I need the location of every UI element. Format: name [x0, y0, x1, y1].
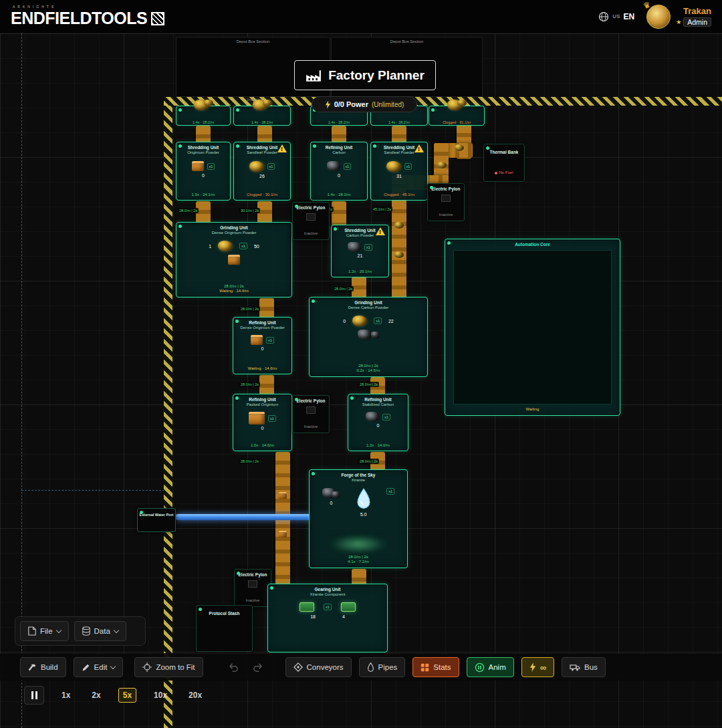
cube-icon: [249, 412, 265, 424]
edit-label: Edit: [94, 663, 108, 671]
node-status: 1.2x · 14.0/m: [348, 443, 408, 449]
machine-gearing-unit[interactable]: Gearing Unit Xiranite Component x1 18 4: [267, 584, 388, 652]
user-role-badge: ★ Admin: [676, 17, 711, 27]
conveyor-belt[interactable]: [352, 277, 366, 298]
factory-icon: [306, 69, 322, 82]
conveyor-belt[interactable]: [392, 126, 406, 143]
machine-automation-core[interactable]: Automation Core Waiting: [445, 239, 620, 416]
machine-shredding-unit[interactable]: Shredding Unit Carbon Powder x1 21 1.2x …: [331, 225, 389, 277]
pause-bar: [35, 691, 37, 699]
coal-icon: [358, 330, 371, 340]
conveyor-belt[interactable]: [352, 569, 366, 585]
pylon-icon: [306, 213, 316, 221]
status-dot: [486, 146, 489, 150]
machine-external-water-port[interactable]: External Water Port: [137, 508, 176, 532]
node-status: No Fuel: [499, 170, 513, 174]
depot-label: Depot Bus Section: [332, 37, 482, 43]
pause-button[interactable]: [24, 686, 44, 705]
conveyor-belt[interactable]: [257, 126, 272, 143]
multiplier-badge: x1: [207, 163, 215, 170]
node-title: Electric Pylon: [428, 184, 464, 192]
belt-throughput-label: 28.0/m | 2s: [239, 382, 260, 387]
machine-electric-pylon[interactable]: Electric Pylon Inactive: [427, 183, 465, 221]
node-status: Inactive: [428, 213, 464, 218]
undo-icon: [228, 662, 239, 673]
user-menu[interactable]: ♛ Trakan ★ Admin: [646, 5, 711, 29]
pipes-button[interactable]: Pipes: [359, 657, 406, 677]
data-menu-button[interactable]: Data: [74, 621, 126, 641]
fuel-alert-dot: [495, 172, 497, 174]
status-dot: [140, 511, 143, 514]
redo-button[interactable]: [249, 662, 266, 673]
coal-icon: [366, 412, 379, 422]
zoom-to-fit-label: Zoom to Fit: [156, 663, 195, 671]
multiplier-badge: x1: [344, 163, 352, 170]
coal-icon: [348, 242, 361, 252]
water-pipe[interactable]: [176, 514, 312, 520]
conveyors-button[interactable]: Conveyors: [285, 657, 352, 677]
conveyor-belt[interactable]: [332, 126, 346, 143]
cube-icon: [228, 255, 240, 265]
conveyor-belt[interactable]: [259, 298, 274, 318]
belt-throughput-label: 28.0/m | 2s: [239, 459, 260, 464]
belt-throughput-label: 28.0/m | 2s: [358, 459, 379, 464]
harvester-rate: 1.4x · 28.2/m: [311, 120, 367, 124]
machine-protocol-stash[interactable]: Protocol Stash: [196, 605, 253, 652]
machine-electric-pylon[interactable]: Electric Pylon Inactive: [292, 202, 330, 240]
harvester-node[interactable]: 1.4x · 28.2/m: [176, 106, 231, 126]
harvester-node[interactable]: 1.4x · 28.2/m: [233, 106, 291, 126]
undo-button[interactable]: [225, 662, 242, 673]
belt-throughput-label: 45.1/m | 2s: [372, 207, 392, 212]
machine-thermal-bank[interactable]: Thermal Bank No Fuel: [483, 144, 525, 182]
anim-toggle-button[interactable]: Anim: [467, 657, 514, 677]
edit-button[interactable]: Edit: [74, 657, 124, 677]
multiplier-badge: x1: [374, 318, 382, 324]
machine-refining-unit[interactable]: Refining Unit Stabilized Carbon x1 0 1.2…: [348, 394, 408, 451]
power-bolt-icon: [325, 100, 331, 109]
conveyor-belt[interactable]: [332, 201, 346, 226]
data-label: Data: [94, 627, 110, 635]
machine-electric-pylon[interactable]: Electric Pylon Inactive: [292, 395, 330, 433]
ore-icon: [263, 100, 272, 106]
speed-1x[interactable]: 1x: [57, 689, 74, 702]
bus-button[interactable]: Bus: [562, 657, 606, 677]
harvester-node[interactable]: Clogged · 91.1/m: [429, 106, 485, 126]
speed-2x[interactable]: 2x: [88, 689, 104, 702]
avatar[interactable]: ♛: [646, 5, 671, 29]
machine-refining-unit[interactable]: Refining Unit Packed Originium x1 0 1.0x…: [233, 394, 292, 451]
machine-refining-unit[interactable]: Refining Unit Dense Originium Powder x1 …: [233, 317, 292, 374]
machine-electric-pylon[interactable]: Electric Pylon Inactive: [234, 569, 271, 607]
belt-throughput-label: 30.1/m | 2s: [239, 208, 260, 213]
machine-forge-of-the-sky[interactable]: Forge of the Sky Xiranite 0 5.0 x1 28.0/…: [309, 469, 408, 568]
buffer-count: 22: [388, 319, 394, 324]
machine-shredding-unit[interactable]: Shredding Unit Sandleaf Powder x1 31 Clo…: [370, 142, 428, 201]
machine-shredding-unit[interactable]: Shredding Unit Originium Powder x1 0 1.3…: [176, 142, 231, 201]
node-title: Electric Pylon: [235, 570, 271, 578]
machine-grinding-unit[interactable]: Grinding Unit Dense Originium Powder 1 x…: [176, 222, 292, 297]
speed-10x[interactable]: 10x: [150, 689, 171, 702]
machine-refining-unit[interactable]: Refining Unit Carbon x1 0 1.4x · 28.2/m: [310, 142, 368, 201]
speed-20x[interactable]: 20x: [185, 689, 206, 702]
status-dot: [178, 144, 182, 148]
language-selector[interactable]: US EN: [598, 11, 634, 22]
speed-5x[interactable]: 5x: [118, 688, 136, 703]
zoom-to-fit-button[interactable]: Zoom to Fit: [134, 657, 203, 677]
machine-grinding-unit[interactable]: Grinding Unit Dense Carbon Powder 0 x1 2…: [309, 297, 428, 377]
buffer-count: 5.0: [355, 512, 372, 517]
pylon-icon: [306, 406, 316, 414]
machine-shredding-unit[interactable]: Shredding Unit Sandleaf Powder x1 26 Clo…: [233, 142, 291, 201]
bus-label: Bus: [584, 663, 598, 671]
buffer-count: 0: [343, 319, 346, 324]
truck-icon: [570, 663, 580, 672]
unlimited-power-toggle[interactable]: ∞: [521, 657, 554, 677]
multiplier-badge: x1: [266, 337, 274, 344]
node-subtitle: Xiranite: [310, 478, 407, 483]
build-button[interactable]: Build: [20, 657, 66, 677]
file-menu-button[interactable]: File: [20, 621, 69, 641]
language-code: EN: [623, 12, 634, 21]
ore-icon: [394, 251, 404, 258]
conveyor-belt[interactable]: [196, 126, 211, 143]
component-board-icon: [341, 602, 356, 612]
conveyor-belt[interactable]: [259, 375, 274, 395]
stats-toggle-button[interactable]: Stats: [412, 657, 459, 677]
